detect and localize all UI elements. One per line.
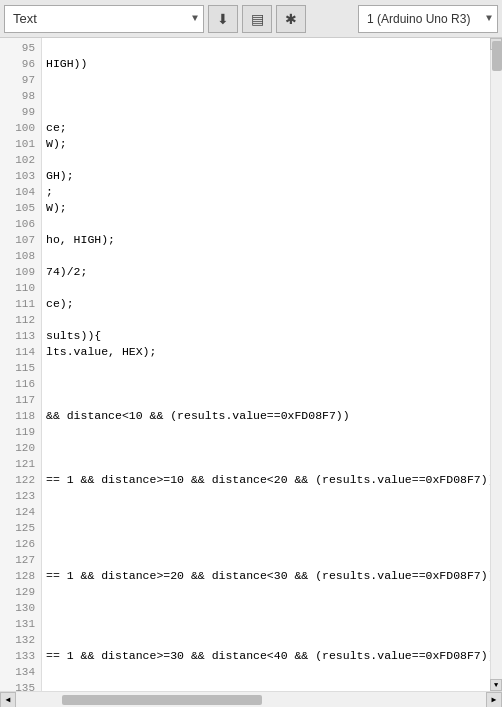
line-number: 117 [0,392,41,408]
line-number: 107 [0,232,41,248]
vertical-scrollbar[interactable]: ▲ ▼ [490,38,502,691]
line-number: 96 [0,56,41,72]
line-number: 130 [0,600,41,616]
scrollbar-thumb[interactable] [492,41,502,71]
line-number: 124 [0,504,41,520]
code-line [46,88,498,104]
code-line: sults)){ [46,328,498,344]
code-line: ce); [46,296,498,312]
line-number: 97 [0,72,41,88]
line-number: 135 [0,680,41,691]
line-number: 115 [0,360,41,376]
bug-icon: ✱ [285,11,297,27]
line-number: 116 [0,376,41,392]
line-numbers: 9596979899100101102103104105106107108109… [0,38,42,691]
h-scroll-right-button[interactable]: ▶ [486,692,502,708]
line-number: 98 [0,88,41,104]
line-number: 120 [0,440,41,456]
code-line: W); [46,136,498,152]
code-line: GH); [46,168,498,184]
line-number: 118 [0,408,41,424]
line-number: 119 [0,424,41,440]
code-line [46,552,498,568]
mode-select-wrapper[interactable]: Text Arduino C C++ ▼ [4,5,204,33]
code-line [46,584,498,600]
code-line [46,392,498,408]
code-line [46,456,498,472]
code-line [46,680,498,691]
code-line: W); [46,200,498,216]
line-number: 134 [0,664,41,680]
board-select-wrapper[interactable]: 1 (Arduino Uno R3) 2 (Arduino Mega) 3 (A… [358,5,498,33]
line-number: 129 [0,584,41,600]
upload-icon: ⬇ [217,11,229,27]
h-scroll-left-button[interactable]: ◀ [0,692,16,708]
code-line [46,664,498,680]
line-number: 101 [0,136,41,152]
stack-icon: ▤ [251,11,264,27]
horizontal-scrollbar[interactable]: ◀ ▶ [0,691,502,707]
code-line [46,424,498,440]
code-line [46,216,498,232]
line-number: 112 [0,312,41,328]
line-number: 104 [0,184,41,200]
code-line: ce; [46,120,498,136]
line-number: 102 [0,152,41,168]
debug-button[interactable]: ✱ [276,5,306,33]
line-number: 100 [0,120,41,136]
code-line: ; [46,184,498,200]
line-number: 95 [0,40,41,56]
stack-button[interactable]: ▤ [242,5,272,33]
line-number: 103 [0,168,41,184]
line-number: 133 [0,648,41,664]
upload-button[interactable]: ⬇ [208,5,238,33]
board-select[interactable]: 1 (Arduino Uno R3) 2 (Arduino Mega) 3 (A… [358,5,498,33]
line-number: 110 [0,280,41,296]
toolbar: Text Arduino C C++ ▼ ⬇ ▤ ✱ 1 (Arduino Un… [0,0,502,38]
code-line: == 1 && distance>=10 && distance<20 && (… [46,472,498,488]
code-line [46,152,498,168]
mode-select[interactable]: Text Arduino C C++ [4,5,204,33]
code-line [46,504,498,520]
line-number: 122 [0,472,41,488]
line-number: 131 [0,616,41,632]
code-line [46,280,498,296]
code-line: HIGH)) [46,56,498,72]
code-line [46,440,498,456]
code-line: == 1 && distance>=20 && distance<30 && (… [46,568,498,584]
line-number: 113 [0,328,41,344]
code-line [46,616,498,632]
code-line [46,360,498,376]
line-number: 127 [0,552,41,568]
line-number: 106 [0,216,41,232]
line-number: 108 [0,248,41,264]
line-number: 123 [0,488,41,504]
code-line [46,40,498,56]
line-number: 109 [0,264,41,280]
v-scroll-down-button[interactable]: ▼ [490,679,502,691]
code-line [46,72,498,88]
line-number: 128 [0,568,41,584]
code-line: && distance<10 && (results.value==0xFD08… [46,408,498,424]
h-scrollbar-thumb[interactable] [62,695,262,705]
line-number: 99 [0,104,41,120]
code-line [46,520,498,536]
line-number: 125 [0,520,41,536]
editor-container: 9596979899100101102103104105106107108109… [0,38,502,691]
code-line: ho, HIGH); [46,232,498,248]
code-line [46,376,498,392]
code-line [46,488,498,504]
line-number: 114 [0,344,41,360]
line-number: 126 [0,536,41,552]
line-number: 111 [0,296,41,312]
code-area[interactable]: HIGH)) ce;W); GH);;W); ho, HIGH); 74)/2;… [42,38,502,691]
code-line [46,248,498,264]
h-scrollbar-track [32,695,470,705]
line-number: 121 [0,456,41,472]
code-line [46,312,498,328]
code-line: == 1 && distance>=30 && distance<40 && (… [46,648,498,664]
code-line: lts.value, HEX); [46,344,498,360]
line-number: 105 [0,200,41,216]
code-line [46,600,498,616]
code-line [46,536,498,552]
